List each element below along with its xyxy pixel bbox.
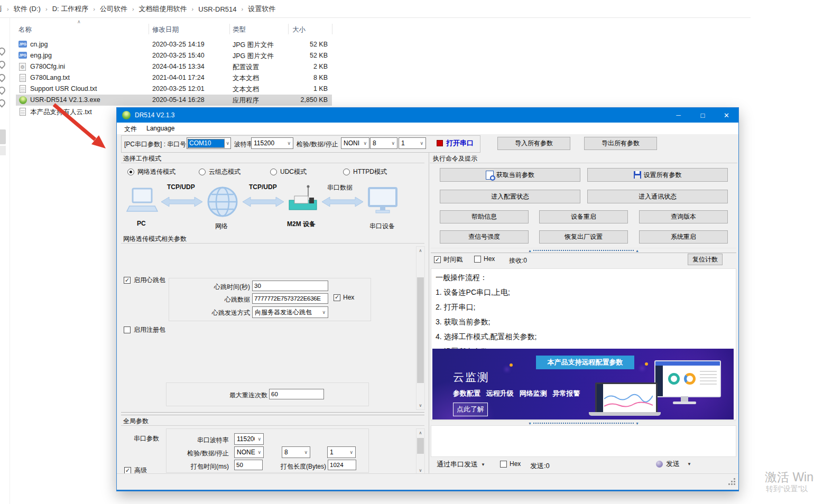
breadcrumb-item-setup[interactable]: 设置软件 <box>248 4 275 14</box>
device-reboot-button[interactable]: 设备重启 <box>539 210 628 223</box>
resize-grip-icon[interactable] <box>734 478 735 480</box>
radio-net-transparent[interactable]: 网络透传模式 <box>127 167 175 176</box>
hb-mode-value: 向服务器发送心跳包 <box>255 308 312 317</box>
cloud-promo-banner[interactable]: 本产品支持远程配置参数 云监测 参数配置 远程升级 网络监测 异常报警 点此了解 <box>432 349 734 419</box>
packlen-input[interactable] <box>328 460 356 470</box>
globalparams-scrollbar[interactable]: ∧ ∨ <box>416 428 425 475</box>
link2-label: TCP/UDP <box>249 183 277 191</box>
chevron-down-icon: ∨ <box>363 141 367 146</box>
breadcrumb-item-usrdr514[interactable]: USR-DR514 <box>198 5 236 13</box>
send-hex-checkbox[interactable]: Hex <box>500 460 521 468</box>
close-button[interactable]: ✕ <box>715 108 738 123</box>
scroll-up-icon[interactable]: ∧ <box>417 429 424 437</box>
breadcrumb-separator-icon: › <box>242 6 244 12</box>
radio-cloud-scada[interactable]: 云组态模式 <box>199 167 240 176</box>
send-input-area[interactable] <box>431 425 736 457</box>
export-params-button[interactable]: 导出所有参数 <box>584 137 657 150</box>
enter-comm-button[interactable]: 进入通讯状态 <box>587 190 728 203</box>
scrollbar-thumb[interactable] <box>417 438 424 454</box>
column-header-date[interactable]: 修改日期 <box>152 25 179 34</box>
column-header-type[interactable]: 类型 <box>233 25 246 34</box>
com-port-select[interactable]: COM10 ∨ <box>187 137 231 149</box>
reconnect-input[interactable] <box>269 389 324 399</box>
pc-caption: PC <box>137 220 146 227</box>
factory-reset-button[interactable]: 恢复出厂设置 <box>539 230 628 244</box>
send-via-dropdown[interactable]: 通过串口发送 ▼ <box>437 460 485 469</box>
g-parity-select[interactable]: NONE∨ <box>234 446 264 458</box>
file-name[interactable]: G780Lang.txt <box>30 74 70 81</box>
banner-learn-more-button[interactable]: 点此了解 <box>453 403 488 416</box>
file-size: 52 KB <box>280 41 328 48</box>
timestamp-checkbox[interactable]: 时间戳 <box>434 255 462 264</box>
radio-udc[interactable]: UDC模式 <box>270 167 307 176</box>
panel-divider <box>429 152 429 473</box>
chevron-down-icon: ▼ <box>481 462 485 467</box>
netparams-scrollbar[interactable]: ∧ ∨ <box>416 246 425 410</box>
arrow-left-net-icon <box>160 196 204 208</box>
file-name[interactable]: Support USR Cloud.txt <box>30 85 97 92</box>
parity-select[interactable]: NONI∨ <box>341 137 369 149</box>
import-params-button[interactable]: 导入所有参数 <box>497 137 570 150</box>
receive-splitter[interactable]: ▲ ▲ <box>431 248 736 253</box>
breadcrumb-item-drive[interactable]: 软件 (D:) <box>14 4 41 14</box>
g-baud-select[interactable]: 115200 ∨ <box>234 433 264 445</box>
g-stopbits-select[interactable]: 1∨ <box>327 446 356 458</box>
file-size: 1 KB <box>280 85 328 92</box>
file-name[interactable]: cn.jpg <box>30 41 48 48</box>
send-hex-label: Hex <box>510 460 521 468</box>
signal-strength-button[interactable]: 查信号强度 <box>440 230 529 244</box>
file-name[interactable]: eng.jpg <box>30 52 52 59</box>
hb-time-label: 心跳时间(秒) <box>175 283 250 292</box>
hb-time-input[interactable] <box>252 281 328 291</box>
scroll-down-icon[interactable]: ∨ <box>417 402 424 409</box>
dialog-titlebar[interactable]: DR514 V2.1.3 ─ □ ✕ <box>117 108 738 123</box>
system-reboot-button[interactable]: 系统重启 <box>639 230 728 244</box>
hb-mode-select[interactable]: 向服务器发送心跳包 ∨ <box>252 306 328 318</box>
g-databits-select[interactable]: 8∨ <box>282 446 310 458</box>
register-enable-checkbox[interactable]: 启用注册包 <box>124 325 165 334</box>
column-divider[interactable] <box>332 24 332 34</box>
breadcrumb-item-company[interactable]: 公司软件 <box>100 4 127 14</box>
breadcrumb-item-docs[interactable]: 文档组使用软件 <box>139 4 187 14</box>
hb-data-input[interactable] <box>252 293 328 304</box>
heartbeat-enable-label: 启用心跳包 <box>134 276 165 285</box>
file-name[interactable]: G780Cfg.ini <box>30 63 65 70</box>
minimize-button[interactable]: ─ <box>667 108 690 123</box>
set-params-button[interactable]: 设置所有参数 <box>587 168 728 182</box>
breadcrumb-separator-icon: › <box>132 6 134 12</box>
column-header-name[interactable]: 名称 <box>18 25 32 34</box>
open-port-button[interactable]: 打开串口 <box>437 138 474 148</box>
column-header-size[interactable]: 大小 <box>292 25 306 34</box>
radio-httpd[interactable]: HTTPD模式 <box>343 167 387 176</box>
heartbeat-enable-checkbox[interactable]: 启用心跳包 <box>124 276 165 285</box>
send-button[interactable]: 发送 ▼ <box>656 459 691 469</box>
enter-config-button[interactable]: 进入配置状态 <box>440 190 580 203</box>
databits-select[interactable]: 8∨ <box>370 137 397 149</box>
packtime-input[interactable] <box>234 460 263 470</box>
baud-select[interactable]: 115200∨ <box>251 137 293 149</box>
get-params-button[interactable]: 获取当前参数 <box>440 168 580 182</box>
stopbits-select[interactable]: 1∨ <box>399 137 426 149</box>
nav-scroll-thumb[interactable] <box>0 129 6 144</box>
query-version-button[interactable]: 查询版本 <box>639 210 728 223</box>
menu-file[interactable]: 文件 <box>124 125 137 134</box>
recv-hex-checkbox[interactable]: Hex <box>474 255 495 263</box>
menu-language[interactable]: Language <box>146 125 174 132</box>
maximize-button[interactable]: □ <box>691 108 715 123</box>
column-divider[interactable] <box>149 24 149 34</box>
help-info-button[interactable]: 帮助信息 <box>440 210 529 223</box>
nav-scroll-track[interactable] <box>0 146 6 155</box>
recv-counter: 接收:0 <box>509 256 527 265</box>
scrollbar-thumb[interactable] <box>417 277 424 383</box>
globalparams-section-title: 全局参数 <box>123 417 149 426</box>
hb-hex-checkbox[interactable]: Hex <box>334 294 354 301</box>
column-divider[interactable] <box>229 24 230 34</box>
breadcrumb-item-work[interactable]: D: 工作程序 <box>52 4 89 14</box>
reset-count-button[interactable]: 复位计数 <box>688 254 723 265</box>
left-splitter[interactable] <box>121 412 424 415</box>
scroll-up-icon[interactable]: ∧ <box>417 247 424 255</box>
column-divider[interactable] <box>288 24 289 34</box>
pinned-icon <box>0 85 7 95</box>
txt-file-icon <box>20 74 26 82</box>
port-closed-indicator-icon <box>437 140 443 146</box>
